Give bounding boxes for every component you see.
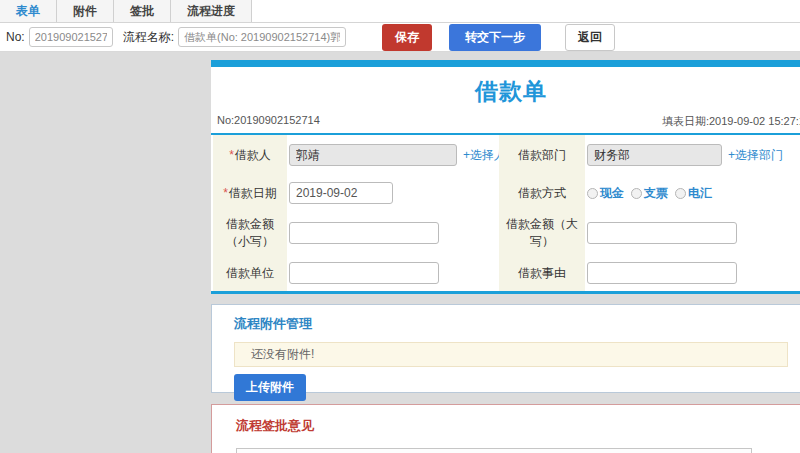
required-mark: * — [229, 148, 234, 162]
borrower-cell: +选择人员 — [287, 135, 499, 175]
borrow-unit-input[interactable] — [289, 262, 439, 284]
radio-cash[interactable]: 现金 — [587, 185, 624, 202]
panel-accent-bar — [211, 60, 800, 67]
amount-lower-cell — [287, 211, 499, 255]
main-area: 借款单 No:20190902152714 填表日期:2019-09-02 15… — [0, 60, 800, 453]
no-label: No: — [6, 30, 25, 44]
borrow-reason-label: 借款事由 — [499, 255, 585, 291]
attachments-panel: 流程附件管理 还没有附件! 上传附件 — [211, 304, 800, 393]
amount-upper-cell — [585, 211, 800, 255]
next-step-button[interactable]: 转交下一步 — [449, 24, 541, 51]
process-name-input[interactable] — [178, 27, 346, 47]
borrow-reason-cell — [585, 255, 800, 291]
borrower-input[interactable] — [289, 144, 457, 166]
form-title: 借款单 — [211, 67, 800, 107]
editor-toolbar: B I abc 12 — [237, 449, 751, 453]
radio-circle-icon[interactable] — [631, 188, 642, 199]
tab-attachments[interactable]: 附件 — [57, 0, 114, 22]
amount-upper-input[interactable] — [587, 222, 737, 244]
pay-method-label: 借款方式 — [499, 175, 585, 211]
tab-form[interactable]: 表单 — [0, 0, 57, 22]
rich-text-editor: B I abc 12 — [236, 448, 752, 453]
amount-lower-input[interactable] — [289, 222, 439, 244]
pay-method-cell: 现金 支票 电汇 — [585, 175, 800, 211]
department-label: 借款部门 — [499, 135, 585, 175]
radio-wire[interactable]: 电汇 — [675, 185, 712, 202]
borrower-label: *借款人 — [213, 135, 287, 175]
no-input[interactable] — [29, 27, 113, 47]
radio-circle-icon[interactable] — [587, 188, 598, 199]
borrow-reason-input[interactable] — [587, 262, 737, 284]
required-mark: * — [223, 186, 228, 200]
loan-form-panel: 借款单 No:20190902152714 填表日期:2019-09-02 15… — [211, 60, 800, 294]
department-input[interactable] — [587, 144, 722, 166]
tab-approval[interactable]: 签批 — [114, 0, 171, 22]
form-meta-row: No:20190902152714 填表日期:2019-09-02 15:27:… — [211, 107, 800, 135]
save-button[interactable]: 保存 — [382, 24, 432, 51]
amount-upper-label: 借款金额（大写） — [499, 211, 585, 255]
form-grid: *借款人 +选择人员 借款部门 +选择部门 *借款日期 借款方式 — [211, 135, 800, 294]
borrow-unit-label: 借款单位 — [213, 255, 287, 291]
approval-panel: 流程签批意见 B I abc — [211, 404, 800, 453]
borrow-date-label: *借款日期 — [213, 175, 287, 211]
upload-attachment-button[interactable]: 上传附件 — [234, 374, 306, 401]
tab-process-progress[interactable]: 流程进度 — [171, 0, 252, 22]
amount-lower-label: 借款金额（小写） — [213, 211, 287, 255]
borrow-date-input[interactable] — [289, 182, 393, 204]
radio-circle-icon[interactable] — [675, 188, 686, 199]
borrow-date-cell — [287, 175, 499, 211]
back-button[interactable]: 返回 — [565, 24, 615, 51]
tab-bar: 表单 附件 签批 流程进度 — [0, 0, 800, 23]
form-fill-date-text: 填表日期:2019-09-02 15:27:1 — [662, 114, 800, 129]
attachments-title: 流程附件管理 — [234, 315, 788, 333]
no-attachments-alert: 还没有附件! — [234, 342, 788, 367]
borrow-unit-cell — [287, 255, 499, 291]
action-toolbar: No: 流程名称: 保存 转交下一步 返回 — [0, 23, 800, 52]
radio-check[interactable]: 支票 — [631, 185, 668, 202]
department-cell: +选择部门 — [585, 135, 800, 175]
select-department-link[interactable]: +选择部门 — [728, 147, 783, 164]
process-name-label: 流程名称: — [123, 29, 174, 46]
form-no-text: No:20190902152714 — [217, 114, 320, 129]
approval-title: 流程签批意见 — [236, 417, 800, 435]
